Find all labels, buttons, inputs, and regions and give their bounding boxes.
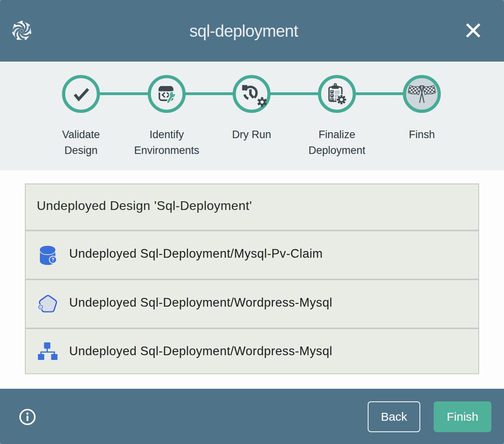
svg-text:?: ? [51,257,54,262]
